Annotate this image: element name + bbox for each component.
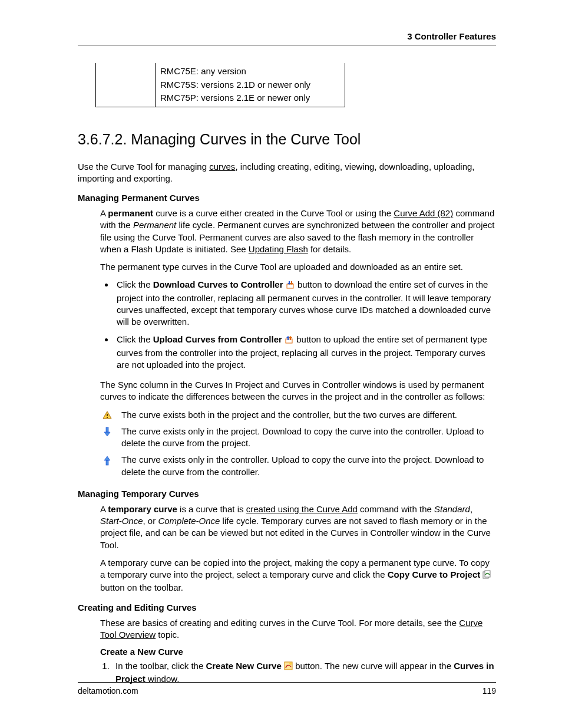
svg-rect-3: [286, 339, 292, 343]
t: command with the: [358, 504, 434, 514]
bold-copy-curve: Copy Curve to Project: [388, 569, 481, 579]
perm-p1: A permanent curve is a curve either crea…: [100, 207, 496, 255]
bold-download: Download Curves to Controller: [153, 279, 283, 289]
upload-curves-icon: [285, 335, 294, 347]
link-curves[interactable]: curves: [209, 162, 235, 172]
copy-curve-icon: [482, 570, 491, 582]
bold-temporary-curve: temporary curve: [108, 504, 177, 514]
section-number: 3.6.7.2.: [78, 131, 127, 147]
svg-point-15: [289, 663, 292, 665]
t: These are basics of creating and editing…: [100, 618, 459, 628]
sync-diff-icon: [100, 409, 114, 420]
t: button on the toolbar.: [100, 582, 183, 592]
t: topic.: [156, 630, 179, 640]
svg-rect-8: [106, 427, 108, 432]
footer-left: deltamotion.com: [78, 686, 138, 696]
bold-permanent: permanent: [108, 208, 153, 218]
sync-controller-text: The curve exists only in the controller.…: [121, 454, 496, 478]
subhead-managing-temporary: Managing Temporary Curves: [78, 489, 496, 499]
t: ,: [470, 504, 472, 514]
bullet-upload: Click the Upload Curves from Controller …: [114, 334, 496, 371]
t: Click the: [117, 279, 153, 289]
t: is a curve that is: [177, 504, 246, 514]
version-table: RMC75E: any versionRMC75S: versions 2.1D…: [95, 63, 345, 107]
header-rule: [78, 45, 496, 45]
t: A: [100, 208, 108, 218]
svg-rect-10: [106, 460, 108, 465]
footer-right: 119: [482, 686, 496, 696]
t: for details.: [308, 244, 351, 254]
svg-rect-0: [287, 284, 293, 288]
upload-arrow-icon: [100, 454, 114, 466]
page-footer: deltamotion.com 119: [78, 682, 496, 696]
sync-intro: The Sync column in the Curves In Project…: [100, 379, 496, 403]
subhead-creating-editing: Creating and Editing Curves: [78, 602, 496, 612]
sync-project-text: The curve exists only in the project. Do…: [121, 426, 496, 450]
em-start-once: Start-Once: [100, 516, 143, 526]
t: , or: [143, 516, 158, 526]
link-curve-add-82[interactable]: Curve Add (82): [394, 208, 453, 218]
link-updating-flash[interactable]: Updating Flash: [249, 244, 308, 254]
t: Click the: [117, 334, 153, 344]
section-title-text: Managing Curves in the Curve Tool: [131, 131, 361, 147]
download-curves-icon: [286, 280, 295, 292]
sync-diff-text: The curve exists both in the project and…: [121, 409, 496, 421]
em-standard: Standard: [434, 504, 470, 514]
t: A: [100, 504, 108, 514]
em-permanent: Permanent: [133, 220, 176, 230]
section-heading: 3.6.7.2. Managing Curves in the Curve To…: [78, 131, 496, 148]
temp-p1: A temporary curve is a curve that is cre…: [100, 503, 496, 551]
version-table-left: [96, 63, 156, 107]
em-complete-once: Complete-Once: [158, 516, 220, 526]
sync-row-controller-only: The curve exists only in the controller.…: [100, 454, 496, 478]
t: curve is a curve either created in the C…: [153, 208, 394, 218]
download-arrow-icon: [100, 426, 114, 437]
t: button. The new curve will appear in the: [295, 661, 454, 671]
t: In the toolbar, click the: [115, 661, 206, 671]
bold-upload: Upload Curves from Controller: [153, 334, 282, 344]
version-table-right: RMC75E: any versionRMC75S: versions 2.1D…: [156, 63, 345, 107]
bullet-download: Click the Download Curves to Controller …: [114, 279, 496, 328]
intro-text-a: Use the Curve Tool for managing: [78, 162, 209, 172]
perm-bullets: Click the Download Curves to Controller …: [78, 279, 496, 371]
bold-create-new-curve: Create New Curve: [206, 661, 281, 671]
svg-rect-7: [107, 417, 108, 418]
create-new-curve-icon: [284, 661, 293, 673]
subhead-create-new-curve: Create a New Curve: [100, 647, 496, 657]
section-intro: Use the Curve Tool for managing curves, …: [78, 161, 496, 185]
link-created-curve-add[interactable]: created using the Curve Add: [246, 504, 358, 514]
page-header-right: 3 Controller Features: [78, 31, 496, 41]
subhead-managing-permanent: Managing Permanent Curves: [78, 193, 496, 203]
temp-p2: A temporary curve can be copied into the…: [100, 557, 496, 594]
svg-rect-6: [107, 414, 108, 416]
sync-row-project-only: The curve exists only in the project. Do…: [100, 426, 496, 450]
create-p1: These are basics of creating and editing…: [100, 617, 496, 641]
footer-rule: [78, 682, 496, 683]
sync-row-diff: The curve exists both in the project and…: [100, 409, 496, 421]
perm-p2: The permanent type curves in the Curve T…: [100, 261, 496, 273]
